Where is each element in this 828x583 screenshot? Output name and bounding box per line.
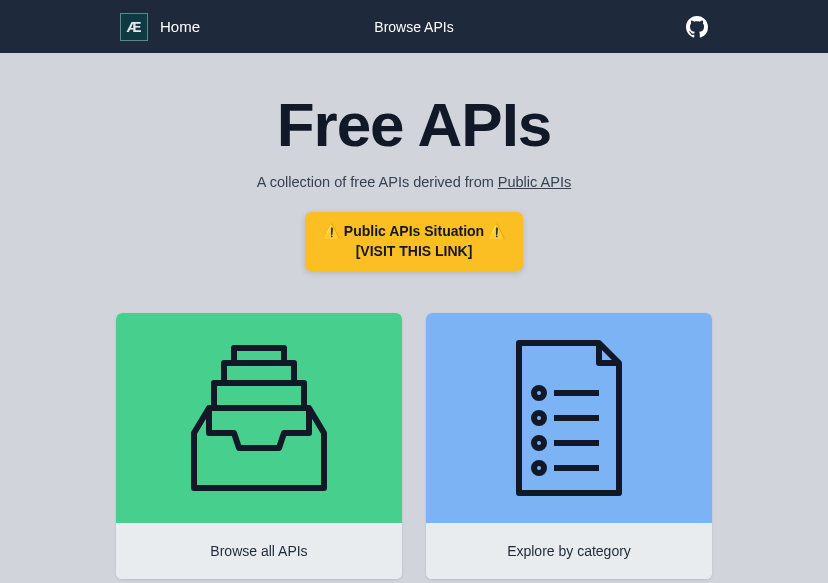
public-apis-link[interactable]: Public APIs <box>498 174 571 190</box>
card-image-category <box>426 313 712 523</box>
logo[interactable]: Æ <box>120 13 148 41</box>
hero: Free APIs A collection of free APIs deri… <box>0 53 828 291</box>
svg-point-4 <box>534 438 544 448</box>
nav-left: Æ Home <box>120 13 200 41</box>
nav-link-home[interactable]: Home <box>160 18 200 35</box>
alert-line2: [VISIT THIS LINK] <box>323 242 505 262</box>
svg-point-0 <box>534 388 544 398</box>
card-label-browse: Browse all APIs <box>116 523 402 579</box>
github-icon[interactable] <box>686 16 708 38</box>
card-explore-category[interactable]: Explore by category <box>426 313 712 579</box>
archive-box-icon <box>174 333 344 503</box>
card-browse-all[interactable]: Browse all APIs <box>116 313 402 579</box>
svg-point-6 <box>534 463 544 473</box>
page-title: Free APIs <box>20 89 808 160</box>
navbar: Æ Home Browse APIs <box>0 0 828 53</box>
card-label-category: Explore by category <box>426 523 712 579</box>
alert-line1: ⚠️ Public APIs Situation ⚠️ <box>323 222 505 242</box>
hero-subtitle: A collection of free APIs derived from P… <box>20 174 808 190</box>
subtitle-text: A collection of free APIs derived from <box>257 174 498 190</box>
cards-container: Browse all APIs Explore by category <box>0 291 828 579</box>
svg-point-2 <box>534 413 544 423</box>
card-image-browse <box>116 313 402 523</box>
nav-right <box>686 16 708 38</box>
nav-link-browse[interactable]: Browse APIs <box>374 19 453 35</box>
situation-alert-button[interactable]: ⚠️ Public APIs Situation ⚠️ [VISIT THIS … <box>305 212 523 271</box>
document-list-icon <box>504 333 634 503</box>
